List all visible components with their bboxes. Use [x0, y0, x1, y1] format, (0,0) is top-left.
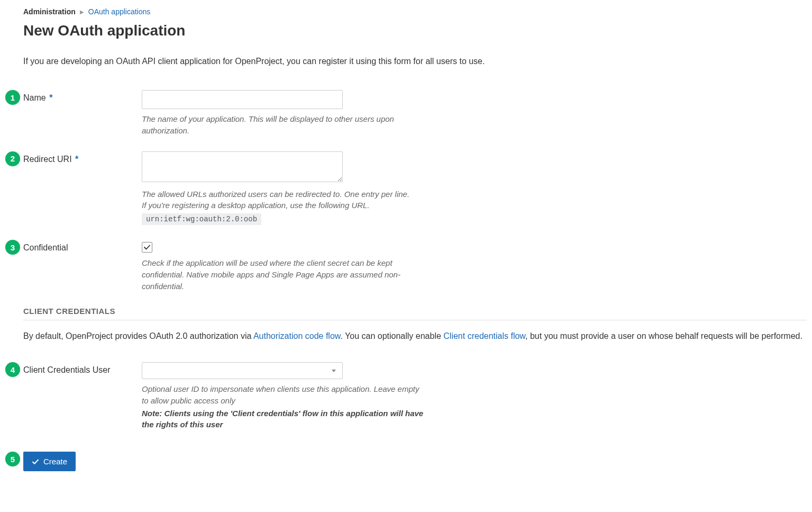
- breadcrumb-root[interactable]: Administration: [23, 7, 76, 16]
- name-input[interactable]: [142, 90, 343, 109]
- page-title: New OAuth application: [23, 22, 807, 39]
- label-redirect-text: Redirect URI: [23, 155, 72, 164]
- desc-post: , but you must provide a user on whose b…: [525, 331, 802, 340]
- callout-3: 3: [5, 240, 20, 255]
- help-redirect-2: If you're registering a desktop applicat…: [142, 200, 427, 211]
- form-row-name: 1 Name * The name of your application. T…: [23, 90, 807, 137]
- callout-1: 1: [5, 90, 20, 105]
- label-redirect: Redirect URI *: [23, 151, 142, 164]
- callout-2: 2: [5, 151, 20, 166]
- chevron-right-icon: ▶: [80, 9, 84, 15]
- create-button-label: Create: [43, 457, 67, 466]
- client-credentials-user-select[interactable]: [142, 362, 343, 379]
- redirect-urn-code: urn:ietf:wg:oauth:2.0:oob: [142, 213, 261, 225]
- label-confidential: Confidential: [23, 240, 142, 253]
- desc-mid: . You can optionally enable: [340, 331, 443, 340]
- check-icon: [32, 458, 39, 465]
- link-auth-code-flow[interactable]: Authorization code flow: [253, 331, 341, 340]
- form-row-client-credentials-user: 4 Client Credentials User Optional user …: [23, 362, 807, 430]
- breadcrumb: Administration ▶ OAuth applications: [23, 7, 807, 16]
- form-row-confidential: 3 Confidential Check if the application …: [23, 240, 807, 292]
- section-description: By default, OpenProject provides OAuth 2…: [23, 330, 807, 343]
- redirect-input[interactable]: [142, 151, 343, 182]
- label-ccu: Client Credentials User: [23, 362, 142, 375]
- breadcrumb-current[interactable]: OAuth applications: [88, 7, 151, 16]
- required-asterisk: *: [49, 93, 52, 102]
- desc-pre: By default, OpenProject provides OAuth 2…: [23, 331, 253, 340]
- create-button[interactable]: Create: [23, 452, 76, 471]
- callout-4: 4: [5, 362, 20, 377]
- link-client-credentials-flow[interactable]: Client credentials flow: [443, 331, 525, 340]
- form-row-redirect: 2 Redirect URI * The allowed URLs author…: [23, 151, 807, 226]
- intro-text: If you are developing an OAuth API clien…: [23, 55, 807, 68]
- check-icon: [143, 244, 151, 251]
- form-actions: 5 Create: [23, 452, 807, 471]
- required-asterisk: *: [75, 155, 78, 164]
- confidential-checkbox[interactable]: [142, 242, 152, 253]
- label-name-text: Name: [23, 93, 46, 102]
- label-ccu-text: Client Credentials User: [23, 365, 111, 374]
- help-ccu: Optional user ID to impersonate when cli…: [142, 383, 427, 407]
- callout-5: 5: [5, 452, 20, 466]
- note-ccu: Note: Clients using the 'Client credenti…: [142, 408, 427, 431]
- label-name: Name *: [23, 90, 142, 103]
- chevron-down-icon: [332, 370, 336, 372]
- section-heading-client-credentials: CLIENT CREDENTIALS: [23, 307, 807, 320]
- label-confidential-text: Confidential: [23, 243, 68, 252]
- help-redirect-1: The allowed URLs authorized users can be…: [142, 188, 427, 200]
- help-name: The name of your application. This will …: [142, 113, 427, 137]
- help-confidential: Check if the application will be used wh…: [142, 257, 427, 292]
